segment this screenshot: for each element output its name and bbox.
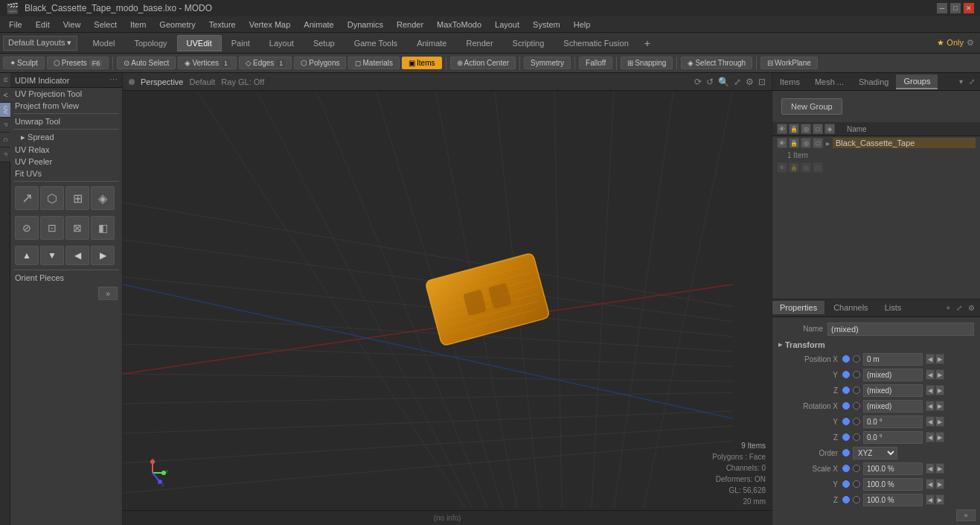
viewport-icon-search[interactable]: 🔍 xyxy=(718,77,729,87)
menu-render[interactable]: Render xyxy=(391,19,429,31)
viewport-icon-rotate[interactable]: ⟳ xyxy=(694,77,702,87)
materials-btn[interactable]: ◻ Materials xyxy=(348,57,400,69)
prop-pos-y-input[interactable]: (mixed) xyxy=(863,369,923,381)
prop-scale-y-inc[interactable]: ▶ xyxy=(935,479,944,489)
prop-rot-z-radio[interactable] xyxy=(842,433,850,441)
prop-rot-z-input[interactable]: 0.0 ° xyxy=(863,431,923,444)
gi-eye[interactable]: 👁 xyxy=(777,138,787,148)
sculpt-btn[interactable]: ✦ ✦ Sculpt Sculpt xyxy=(3,57,45,69)
polygons-btn[interactable]: ⬡ Polygons xyxy=(294,57,346,69)
prop-rot-y-inc[interactable]: ▶ xyxy=(935,416,944,427)
rp-bottom-settings[interactable]: ⚙ xyxy=(966,304,977,312)
maximize-btn[interactable]: □ xyxy=(950,3,961,13)
prop-pos-x-inc[interactable]: ▶ xyxy=(935,354,944,364)
prop-order-radio[interactable] xyxy=(842,449,850,456)
vertices-btn[interactable]: ◈ Vertices 1 xyxy=(178,57,237,69)
prop-scale-y-dec[interactable]: ◀ xyxy=(926,479,935,489)
menu-system[interactable]: System xyxy=(527,19,566,31)
prop-scale-z-input[interactable]: 100.0 % xyxy=(863,494,923,506)
col-lock-icon[interactable]: 🔒 xyxy=(789,124,799,134)
prop-pos-x-input[interactable]: 0 m xyxy=(863,353,923,366)
falloff-btn[interactable]: Falloff xyxy=(579,57,612,69)
icon-btn-6[interactable]: ⊡ xyxy=(40,216,64,240)
icon-btn-3[interactable]: ⊞ xyxy=(65,186,89,210)
menu-texture[interactable]: Texture xyxy=(203,19,242,31)
side-tab-v2[interactable]: V xyxy=(0,88,10,103)
prop-scale-y-radio[interactable] xyxy=(842,480,850,488)
prop-rot-z-inc[interactable]: ▶ xyxy=(935,432,944,442)
lp-item-projectfromview[interactable]: Project from View xyxy=(10,100,122,112)
gi-expand-arrow[interactable]: ▸ xyxy=(826,139,830,147)
viewport-icon-expand[interactable]: ⤢ xyxy=(734,77,741,87)
prop-order-select[interactable]: XYZ XZY YXZ YZX ZXY ZYX xyxy=(853,447,897,459)
prop-scale-x-radio2[interactable] xyxy=(853,465,860,472)
expand-btn[interactable]: » xyxy=(98,287,118,300)
close-btn[interactable]: ✕ xyxy=(964,3,974,13)
rp-bottom-add[interactable]: + xyxy=(944,304,952,312)
arrow-left-btn[interactable]: ◀ xyxy=(65,246,89,265)
rp-tab-items[interactable]: Items xyxy=(772,75,807,89)
prop-pos-y-radio[interactable] xyxy=(842,371,850,378)
rp-bottom-expand-btn[interactable]: ⤢ xyxy=(954,304,964,312)
lp-item-uvrelax[interactable]: UV Relax xyxy=(10,144,122,156)
prop-pos-y-dec[interactable]: ◀ xyxy=(926,369,935,380)
rp-props-tab-channels[interactable]: Channels xyxy=(826,301,875,314)
menu-view[interactable]: View xyxy=(57,19,87,31)
settings-icon[interactable]: ⚙ xyxy=(967,38,974,48)
viewport-icon-maximize[interactable]: ⊡ xyxy=(758,77,766,87)
col-vis3-icon[interactable]: ◈ xyxy=(824,124,835,134)
menu-dynamics[interactable]: Dynamics xyxy=(342,19,389,31)
prop-pos-x-dec[interactable]: ◀ xyxy=(926,354,935,364)
arrow-up-btn[interactable]: ▲ xyxy=(15,246,39,265)
prop-scale-x-inc[interactable]: ▶ xyxy=(935,463,944,474)
viewport-icon-settings[interactable]: ⚙ xyxy=(746,77,754,87)
prop-scale-y-input[interactable]: 100.0 % xyxy=(863,478,923,491)
prop-rot-x-input[interactable]: (mixed) xyxy=(863,400,923,413)
side-tab-f[interactable]: F xyxy=(0,147,10,162)
gi-v1[interactable]: ◎ xyxy=(801,138,811,148)
add-tab-btn[interactable]: + xyxy=(638,34,656,52)
side-tab-v1[interactable]: M xyxy=(0,73,10,88)
rp-tab-groups[interactable]: Groups xyxy=(896,74,938,89)
icon-btn-1[interactable]: ↗ xyxy=(15,186,39,210)
tab-model[interactable]: Model xyxy=(83,35,125,51)
lpanel-dots[interactable]: ⋯ xyxy=(109,75,118,85)
prop-scale-z-radio2[interactable] xyxy=(853,496,860,503)
side-tab-p[interactable]: P xyxy=(0,118,10,133)
menu-item[interactable]: Item xyxy=(124,19,152,31)
side-tab-uv[interactable]: UV xyxy=(0,103,10,118)
gi-lock[interactable]: 🔒 xyxy=(789,138,799,148)
prop-pos-z-dec[interactable]: ◀ xyxy=(926,385,935,395)
prop-pos-z-input[interactable]: (mixed) xyxy=(863,384,923,397)
section-triangle[interactable]: ▸ xyxy=(778,340,782,349)
lp-item-uvprojection[interactable]: UV Projection Tool xyxy=(10,88,122,100)
prop-scale-y-radio2[interactable] xyxy=(853,480,860,488)
prop-pos-x-radio[interactable] xyxy=(842,355,850,363)
prop-pos-y-inc[interactable]: ▶ xyxy=(935,369,944,380)
action-center-btn[interactable]: ⊕ Action Center xyxy=(450,57,516,69)
prop-scale-x-radio[interactable] xyxy=(842,465,850,472)
icon-btn-4[interactable]: ◈ xyxy=(91,186,115,210)
rp-props-tab-properties[interactable]: Properties xyxy=(772,301,824,314)
prop-rot-x-dec[interactable]: ◀ xyxy=(926,401,935,411)
workplane-btn[interactable]: ⊟ WorkPlane xyxy=(760,57,818,69)
prop-rot-y-input[interactable]: 0.0 ° xyxy=(863,416,923,428)
tab-gametools[interactable]: Game Tools xyxy=(345,35,408,51)
tab-animate[interactable]: Animate xyxy=(407,35,456,51)
menu-file[interactable]: File xyxy=(3,19,28,31)
side-tab-c[interactable]: C xyxy=(0,133,10,147)
prop-rot-y-dec[interactable]: ◀ xyxy=(926,416,935,427)
prop-rot-z-radio2[interactable] xyxy=(853,433,860,441)
prop-scale-z-dec[interactable]: ◀ xyxy=(926,494,935,505)
presets-btn[interactable]: ⬡ Presets F6 xyxy=(47,57,109,69)
tab-topology[interactable]: Topology xyxy=(124,35,176,51)
icon-btn-2[interactable]: ⬡ xyxy=(40,186,64,210)
lp-item-spread[interactable]: ▸ Spread xyxy=(10,131,122,144)
items-btn[interactable]: ▣ Items xyxy=(402,57,441,69)
group-item-1[interactable]: 👁 🔒 ◎ □ ▸ Black_Cassette_Tape xyxy=(772,136,980,150)
prop-name-input[interactable] xyxy=(827,322,974,336)
prop-pos-z-radio2[interactable] xyxy=(853,386,860,394)
menu-geometry[interactable]: Geometry xyxy=(153,19,201,31)
prop-scale-z-inc[interactable]: ▶ xyxy=(935,494,944,505)
tab-scripting[interactable]: Scripting xyxy=(503,35,554,51)
